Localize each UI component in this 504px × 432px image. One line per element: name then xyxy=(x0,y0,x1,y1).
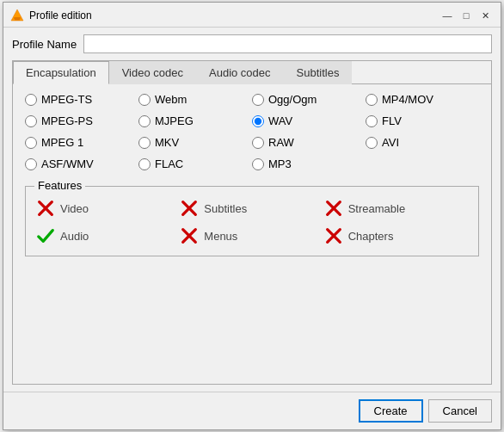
svg-rect-2 xyxy=(15,19,20,21)
option-ogg[interactable]: Ogg/Ogm xyxy=(252,93,366,106)
feature-menus: Menus xyxy=(180,226,323,245)
bottom-bar: Create Cancel xyxy=(3,392,501,429)
video-status-icon xyxy=(36,199,55,218)
option-asfwmv[interactable]: ASF/WMV xyxy=(25,157,138,170)
content-area: Profile Name Encapsulation Video codec A… xyxy=(3,28,501,392)
feature-video-label: Video xyxy=(60,202,89,215)
empty-cell xyxy=(366,157,479,170)
feature-subtitles-label: Subtitles xyxy=(204,202,247,215)
features-grid: Video Subtitles xyxy=(36,199,468,245)
feature-streamable-label: Streamable xyxy=(348,202,405,215)
title-bar-buttons: — □ ✕ xyxy=(439,8,494,23)
tab-subtitles[interactable]: Subtitles xyxy=(284,61,353,84)
profile-name-label: Profile Name xyxy=(12,38,77,51)
tab-encapsulation[interactable]: Encapsulation xyxy=(13,61,109,84)
minimize-button[interactable]: — xyxy=(439,8,456,23)
feature-subtitles: Subtitles xyxy=(180,199,323,218)
option-mp3[interactable]: MP3 xyxy=(252,157,366,170)
chapters-status-icon xyxy=(324,226,343,245)
close-button[interactable]: ✕ xyxy=(476,8,494,23)
option-mkv[interactable]: MKV xyxy=(138,136,252,149)
subtitles-status-icon xyxy=(180,199,199,218)
option-flac[interactable]: FLAC xyxy=(138,157,252,170)
window-title: Profile edition xyxy=(29,9,92,22)
tab-bar: Encapsulation Video codec Audio codec Su… xyxy=(13,61,491,84)
feature-audio-label: Audio xyxy=(60,230,89,243)
main-window: Profile edition — □ ✕ Profile Name Encap… xyxy=(3,2,501,430)
option-wav[interactable]: WAV xyxy=(252,114,366,127)
encapsulation-options: MPEG-TS Webm Ogg/Ogm MP4/MOV MPEG-PS xyxy=(25,93,479,170)
feature-chapters-label: Chapters xyxy=(348,230,394,243)
title-bar: Profile edition — □ ✕ xyxy=(3,3,501,28)
encapsulation-tab-content: MPEG-TS Webm Ogg/Ogm MP4/MOV MPEG-PS xyxy=(13,84,491,384)
create-button[interactable]: Create xyxy=(359,399,423,423)
option-mpeg-ps[interactable]: MPEG-PS xyxy=(25,114,138,127)
feature-menus-label: Menus xyxy=(204,230,237,243)
feature-streamable: Streamable xyxy=(324,199,468,218)
maximize-button[interactable]: □ xyxy=(458,8,475,23)
feature-audio: Audio xyxy=(36,226,180,245)
audio-status-icon xyxy=(36,226,55,245)
option-raw[interactable]: RAW xyxy=(252,136,366,149)
profile-name-input[interactable] xyxy=(83,34,492,53)
cancel-button[interactable]: Cancel xyxy=(428,399,492,423)
menus-status-icon xyxy=(180,226,199,245)
tab-video-codec[interactable]: Video codec xyxy=(109,61,196,84)
svg-rect-1 xyxy=(14,17,21,19)
vlc-icon xyxy=(10,9,24,22)
features-legend: Features xyxy=(34,179,85,192)
feature-video: Video xyxy=(36,199,180,218)
option-mpeg-ts[interactable]: MPEG-TS xyxy=(25,93,138,106)
option-mp4mov[interactable]: MP4/MOV xyxy=(366,93,479,106)
feature-chapters: Chapters xyxy=(324,226,468,245)
title-bar-left: Profile edition xyxy=(10,9,92,22)
streamable-status-icon xyxy=(324,199,343,218)
option-mjpeg[interactable]: MJPEG xyxy=(138,114,252,127)
profile-name-row: Profile Name xyxy=(12,34,492,53)
tabs-container: Encapsulation Video codec Audio codec Su… xyxy=(12,60,492,385)
option-flv[interactable]: FLV xyxy=(366,114,479,127)
option-avi[interactable]: AVI xyxy=(366,136,479,149)
features-box: Features Video xyxy=(25,186,479,256)
option-mpeg1[interactable]: MPEG 1 xyxy=(25,136,138,149)
tab-audio-codec[interactable]: Audio codec xyxy=(196,61,284,84)
option-webm[interactable]: Webm xyxy=(138,93,252,106)
